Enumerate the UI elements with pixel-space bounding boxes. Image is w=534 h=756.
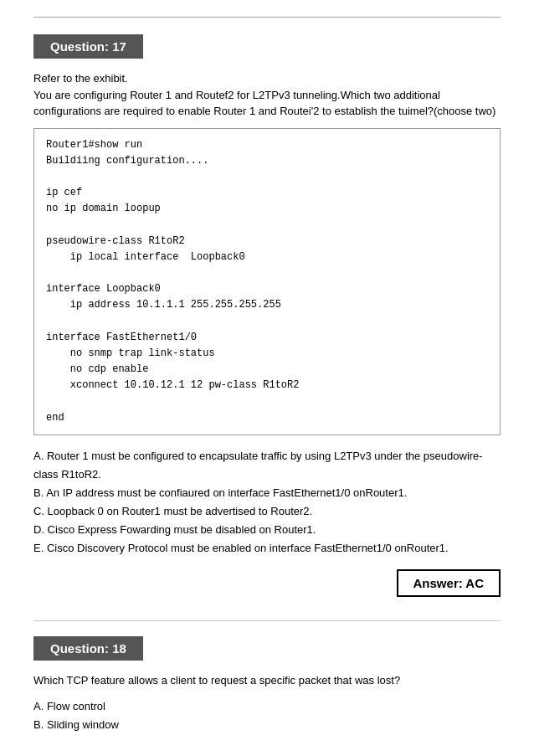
answer-17-box: Answer: AC bbox=[397, 569, 501, 597]
intro-line2: You are configuring Router 1 and Routef2… bbox=[33, 87, 501, 120]
answer-17-wrapper: Answer: AC bbox=[33, 569, 501, 605]
code-line-blank-2 bbox=[46, 217, 488, 233]
code-line-13: end bbox=[46, 410, 488, 426]
option-17-a: A. Router 1 must be configured to encaps… bbox=[33, 447, 501, 484]
code-line-6: ip local interface Loopback0 bbox=[46, 249, 488, 265]
option-18-a: A. Flow control bbox=[33, 697, 501, 716]
option-17-e: E. Cisco Discovery Protocol must be enab… bbox=[33, 539, 501, 558]
code-line-5: pseudowire-class R1toR2 bbox=[46, 234, 488, 249]
option-17-d: D. Cisco Express Fowarding must be disab… bbox=[33, 521, 501, 539]
code-line-9: interface FastEthernet1/0 bbox=[46, 330, 488, 346]
question-18-intro: Which TCP feature allows a client to req… bbox=[33, 672, 501, 689]
code-line-blank-1 bbox=[46, 169, 488, 185]
question-18-block: Question: 18 Which TCP feature allows a … bbox=[33, 636, 501, 734]
question-17-block: Question: 17 Refer to the exhibit. You a… bbox=[33, 34, 501, 605]
code-line-blank-3 bbox=[46, 265, 488, 281]
intro-18: Which TCP feature allows a client to req… bbox=[33, 672, 501, 689]
code-line-blank-4 bbox=[46, 314, 488, 330]
code-line-12: xconnect 10.10.12.1 12 pw-class R1toR2 bbox=[46, 378, 488, 393]
code-exhibit: Router1#show run Buildiing configuration… bbox=[33, 128, 501, 435]
code-line-8: ip address 10.1.1.1 255.255.255.255 bbox=[46, 297, 488, 313]
code-line-2: Buildiing configuration.... bbox=[46, 153, 488, 169]
code-line-blank-5 bbox=[46, 394, 488, 410]
question-17-header: Question: 17 bbox=[33, 34, 143, 59]
option-17-b: B. An IP address must be confiaured on i… bbox=[33, 484, 501, 502]
code-line-3: ip cef bbox=[46, 185, 488, 201]
intro-line1: Refer to the exhibit. bbox=[33, 70, 501, 87]
page-container: Question: 17 Refer to the exhibit. You a… bbox=[0, 0, 534, 756]
code-line-4: no ip domain loopup bbox=[46, 201, 488, 217]
question-18-options: A. Flow control B. Sliding window bbox=[33, 697, 501, 734]
code-line-7: interface Loopback0 bbox=[46, 281, 488, 297]
section-divider bbox=[33, 620, 501, 621]
code-line-1: Router1#show run bbox=[46, 137, 488, 153]
option-17-c: C. Loopback 0 on Router1 must be adverti… bbox=[33, 502, 501, 521]
top-border bbox=[33, 17, 501, 18]
code-line-11: no cdp enable bbox=[46, 362, 488, 378]
option-18-b: B. Sliding window bbox=[33, 716, 501, 734]
question-17-intro: Refer to the exhibit. You are configurin… bbox=[33, 70, 501, 120]
question-18-header: Question: 18 bbox=[33, 636, 143, 661]
code-line-10: no snmp trap link-status bbox=[46, 346, 488, 362]
question-17-options: A. Router 1 must be configured to encaps… bbox=[33, 447, 501, 558]
